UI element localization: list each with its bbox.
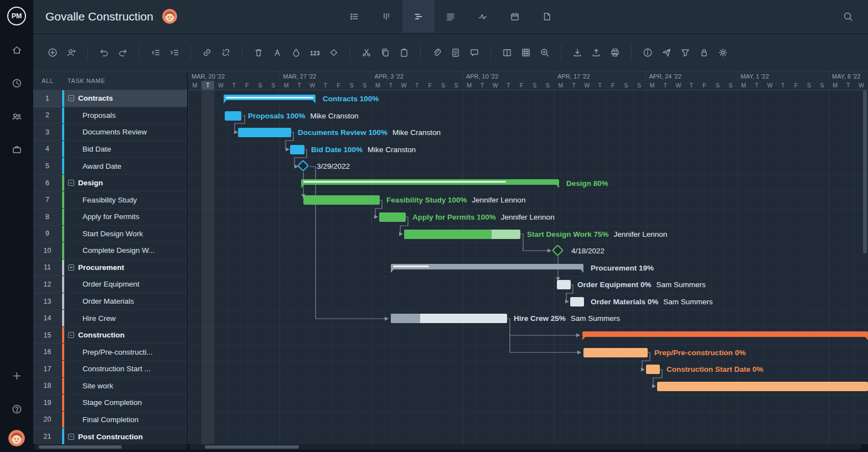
task-bar[interactable] [646,365,660,374]
task-row[interactable]: 9Start Design Work [33,226,187,243]
task-row[interactable]: 1Contracts [33,90,187,107]
view-board-view[interactable] [370,0,402,33]
summary-bar[interactable] [301,179,559,185]
view-list-view[interactable] [338,0,370,33]
rail-add-button[interactable] [0,359,33,392]
collapse-icon[interactable] [68,95,74,101]
task-bar[interactable] [238,128,291,137]
add-task-button[interactable] [43,44,62,61]
row-number[interactable]: 12 [33,276,62,293]
columns-button[interactable] [498,44,516,61]
task-row[interactable]: 14Hire Crew [33,310,187,327]
collapse-icon[interactable] [68,434,74,440]
task-row[interactable]: 6Design [33,175,187,192]
row-number[interactable]: 16 [33,344,62,361]
collapse-icon[interactable] [68,264,74,271]
zoom-button[interactable] [535,44,554,61]
user-avatar[interactable] [8,430,25,446]
share-button[interactable] [657,44,676,61]
font-button[interactable] [268,44,287,61]
row-number[interactable]: 15 [33,327,62,344]
task-bar[interactable] [570,297,584,306]
row-number[interactable]: 3 [33,124,62,141]
print-button[interactable] [606,44,624,61]
view-sheet-view[interactable] [435,0,467,33]
grid-button[interactable] [516,44,535,61]
task-bar[interactable] [404,230,520,239]
rail-home-button[interactable] [0,33,33,66]
task-row[interactable]: 19Stage Completion [33,394,187,412]
export-button[interactable] [587,44,606,61]
delete-button[interactable] [249,44,268,61]
row-number[interactable]: 7 [33,191,62,209]
row-number[interactable]: 14 [33,310,62,327]
task-row[interactable]: 7Feasibility Study [33,191,187,209]
view-activity-view[interactable] [467,0,499,33]
milestone-button[interactable] [324,44,343,61]
milestone-diamond[interactable] [297,160,309,172]
unlink-tasks-button[interactable] [216,44,235,61]
row-number[interactable]: 6 [33,175,62,192]
indent-button[interactable] [165,44,184,61]
task-bar[interactable] [225,111,241,121]
row-number[interactable]: 13 [33,293,62,310]
search-button[interactable] [838,7,858,27]
filter-button[interactable] [676,44,695,61]
row-number[interactable]: 8 [33,209,62,226]
task-row[interactable]: 20Final Completion [33,412,187,429]
rail-recent-button[interactable] [0,66,33,100]
task-row[interactable]: 15Construction [33,327,187,344]
task-row[interactable]: 17Construction Start ... [33,361,187,378]
task-bar[interactable] [557,280,571,289]
row-number[interactable]: 2 [33,107,62,124]
fill-color-button[interactable] [287,44,306,61]
task-bar[interactable] [303,195,380,205]
row-number[interactable]: 4 [33,141,62,158]
summary-bar[interactable] [582,331,868,337]
row-number[interactable]: 19 [33,394,62,412]
task-bar[interactable] [657,382,868,391]
undo-button[interactable] [95,44,113,61]
summary-bar[interactable] [224,95,316,100]
row-number[interactable]: 9 [33,226,62,243]
task-bar[interactable] [379,212,406,222]
row-number[interactable]: 18 [33,378,62,395]
task-row[interactable]: 18Site work [33,378,187,395]
row-number[interactable]: 21 [33,428,62,444]
cut-button[interactable] [357,44,376,61]
row-number[interactable]: 11 [33,259,62,277]
task-row[interactable]: 10Complete Design W... [33,242,187,259]
attach-button[interactable] [427,44,446,61]
link-tasks-button[interactable] [198,44,216,61]
task-row[interactable]: 4Bid Date [33,141,187,158]
summary-bar[interactable] [391,264,583,269]
settings-button[interactable] [714,44,732,61]
grid-header-all[interactable]: ALL [33,72,62,90]
collapse-icon[interactable] [68,332,74,338]
task-bar[interactable] [290,145,304,154]
comment-button[interactable] [465,44,484,61]
task-row[interactable]: 12Order Equipment [33,276,187,293]
task-row[interactable]: 2Proposals [33,107,187,124]
lock-button[interactable] [695,44,714,61]
view-calendar-view[interactable] [499,0,531,33]
task-row[interactable]: 11Procurement [33,259,187,277]
task-row[interactable]: 3Documents Review [33,124,187,141]
notes-button[interactable] [446,44,465,61]
grid-header-task-name[interactable]: TASK NAME [62,72,187,90]
row-number[interactable]: 10 [33,242,62,259]
task-row[interactable]: 8Apply for Permits [33,209,187,226]
milestone-diamond[interactable] [552,245,564,256]
copy-button[interactable] [376,44,395,61]
info-button[interactable] [638,44,657,61]
chart-vscroll-thumb[interactable] [863,90,867,253]
add-user-button[interactable] [62,44,81,61]
task-row[interactable]: 16Prep/Pre-constructi... [33,344,187,361]
rail-team-button[interactable] [0,100,33,133]
rail-portfolio-button[interactable] [0,133,33,166]
collapse-icon[interactable] [68,180,74,186]
task-row[interactable]: 21Post Construction [33,428,187,444]
outdent-button[interactable] [146,44,165,61]
import-button[interactable] [568,44,587,61]
project-owner-avatar[interactable] [162,9,177,24]
